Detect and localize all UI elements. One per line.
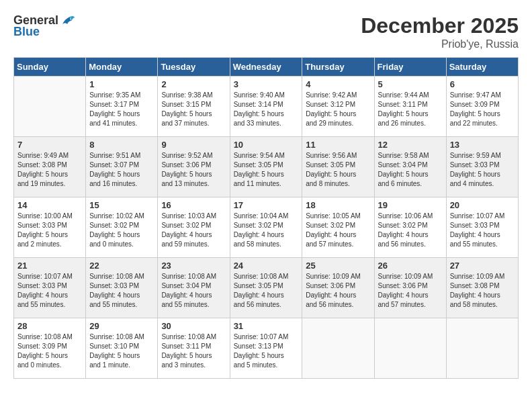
calendar-table: SundayMondayTuesdayWednesdayThursdayFrid… [13, 57, 519, 379]
calendar-cell [302, 318, 374, 379]
cell-info-text: Sunrise: 9:58 AM Sunset: 3:04 PM Dayligh… [378, 151, 443, 189]
cell-day-number: 1 [89, 79, 154, 89]
cell-day-number: 27 [450, 261, 515, 271]
cell-info-text: Sunrise: 10:05 AM Sunset: 3:02 PM Daylig… [306, 212, 370, 249]
cell-day-number: 9 [161, 140, 226, 150]
calendar-cell: 26Sunrise: 10:09 AM Sunset: 3:06 PM Dayl… [374, 258, 446, 318]
cell-info-text: Sunrise: 9:47 AM Sunset: 3:09 PM Dayligh… [450, 91, 515, 128]
cell-info-text: Sunrise: 10:08 AM Sunset: 3:09 PM Daylig… [17, 332, 82, 370]
calendar-cell: 20Sunrise: 10:07 AM Sunset: 3:03 PM Dayl… [446, 197, 518, 258]
calendar-header-row: SundayMondayTuesdayWednesdayThursdayFrid… [14, 58, 519, 77]
calendar-cell: 15Sunrise: 10:02 AM Sunset: 3:02 PM Dayl… [86, 197, 158, 258]
cell-day-number: 6 [450, 79, 515, 89]
calendar-cell: 12Sunrise: 9:58 AM Sunset: 3:04 PM Dayli… [374, 137, 446, 197]
cell-day-number: 25 [306, 261, 370, 271]
calendar-cell: 8Sunrise: 9:51 AM Sunset: 3:07 PM Daylig… [86, 137, 158, 197]
calendar-cell: 19Sunrise: 10:06 AM Sunset: 3:02 PM Dayl… [374, 197, 446, 258]
calendar-cell: 7Sunrise: 9:49 AM Sunset: 3:08 PM Daylig… [14, 137, 86, 197]
calendar-cell: 29Sunrise: 10:08 AM Sunset: 3:10 PM Dayl… [86, 318, 158, 379]
cell-day-number: 23 [161, 261, 226, 271]
title-area: December 2025 Priob'ye, Russia [361, 13, 519, 50]
cell-day-number: 29 [89, 321, 154, 331]
calendar-cell: 10Sunrise: 9:54 AM Sunset: 3:05 PM Dayli… [230, 137, 302, 197]
calendar-cell: 17Sunrise: 10:04 AM Sunset: 3:02 PM Dayl… [230, 197, 302, 258]
cell-day-number: 22 [89, 261, 154, 271]
cell-day-number: 16 [161, 200, 226, 210]
cell-day-number: 31 [234, 321, 299, 331]
cell-day-number: 8 [89, 140, 154, 150]
calendar-cell: 5Sunrise: 9:44 AM Sunset: 3:11 PM Daylig… [374, 77, 446, 137]
calendar-cell: 23Sunrise: 10:08 AM Sunset: 3:04 PM Dayl… [158, 258, 230, 318]
cell-info-text: Sunrise: 10:08 AM Sunset: 3:03 PM Daylig… [89, 272, 154, 310]
calendar-header-wednesday: Wednesday [230, 58, 302, 77]
calendar-cell: 3Sunrise: 9:40 AM Sunset: 3:14 PM Daylig… [230, 77, 302, 137]
cell-day-number: 13 [450, 140, 515, 150]
calendar-week-row: 14Sunrise: 10:00 AM Sunset: 3:03 PM Dayl… [14, 197, 519, 258]
cell-day-number: 7 [17, 140, 82, 150]
cell-info-text: Sunrise: 9:42 AM Sunset: 3:12 PM Dayligh… [306, 91, 370, 128]
cell-day-number: 3 [234, 79, 299, 89]
calendar-header-tuesday: Tuesday [158, 58, 230, 77]
calendar-header-monday: Monday [86, 58, 158, 77]
calendar-week-row: 7Sunrise: 9:49 AM Sunset: 3:08 PM Daylig… [14, 137, 519, 197]
calendar-cell: 14Sunrise: 10:00 AM Sunset: 3:03 PM Dayl… [14, 197, 86, 258]
cell-day-number: 4 [306, 79, 370, 89]
cell-info-text: Sunrise: 9:35 AM Sunset: 3:17 PM Dayligh… [89, 91, 154, 128]
calendar-cell: 4Sunrise: 9:42 AM Sunset: 3:12 PM Daylig… [302, 77, 374, 137]
cell-info-text: Sunrise: 9:54 AM Sunset: 3:05 PM Dayligh… [234, 151, 299, 189]
cell-day-number: 20 [450, 200, 515, 210]
cell-info-text: Sunrise: 10:08 AM Sunset: 3:11 PM Daylig… [161, 332, 226, 370]
calendar-cell: 25Sunrise: 10:09 AM Sunset: 3:06 PM Dayl… [302, 258, 374, 318]
cell-info-text: Sunrise: 10:09 AM Sunset: 3:08 PM Daylig… [450, 272, 515, 310]
cell-info-text: Sunrise: 9:52 AM Sunset: 3:06 PM Dayligh… [161, 151, 226, 189]
cell-info-text: Sunrise: 9:40 AM Sunset: 3:14 PM Dayligh… [234, 91, 299, 128]
calendar-week-row: 21Sunrise: 10:07 AM Sunset: 3:03 PM Dayl… [14, 258, 519, 318]
cell-day-number: 15 [89, 200, 154, 210]
cell-day-number: 28 [17, 321, 82, 331]
calendar-week-row: 1Sunrise: 9:35 AM Sunset: 3:17 PM Daylig… [14, 77, 519, 137]
cell-info-text: Sunrise: 10:04 AM Sunset: 3:02 PM Daylig… [234, 212, 299, 249]
calendar-cell: 1Sunrise: 9:35 AM Sunset: 3:17 PM Daylig… [86, 77, 158, 137]
cell-day-number: 14 [17, 200, 82, 210]
calendar-cell: 27Sunrise: 10:09 AM Sunset: 3:08 PM Dayl… [446, 258, 518, 318]
calendar-week-row: 28Sunrise: 10:08 AM Sunset: 3:09 PM Dayl… [14, 318, 519, 379]
calendar-cell: 22Sunrise: 10:08 AM Sunset: 3:03 PM Dayl… [86, 258, 158, 318]
cell-day-number: 18 [306, 200, 370, 210]
cell-day-number: 30 [161, 321, 226, 331]
cell-info-text: Sunrise: 10:08 AM Sunset: 3:04 PM Daylig… [161, 272, 226, 310]
cell-day-number: 24 [234, 261, 299, 271]
cell-info-text: Sunrise: 10:09 AM Sunset: 3:06 PM Daylig… [378, 272, 443, 310]
cell-day-number: 26 [378, 261, 443, 271]
calendar-cell: 31Sunrise: 10:07 AM Sunset: 3:13 PM Dayl… [230, 318, 302, 379]
cell-day-number: 2 [161, 79, 226, 89]
cell-day-number: 10 [234, 140, 299, 150]
calendar-cell: 28Sunrise: 10:08 AM Sunset: 3:09 PM Dayl… [14, 318, 86, 379]
calendar-cell: 9Sunrise: 9:52 AM Sunset: 3:06 PM Daylig… [158, 137, 230, 197]
cell-info-text: Sunrise: 10:00 AM Sunset: 3:03 PM Daylig… [17, 212, 82, 249]
calendar-cell: 11Sunrise: 9:56 AM Sunset: 3:05 PM Dayli… [302, 137, 374, 197]
cell-info-text: Sunrise: 9:49 AM Sunset: 3:08 PM Dayligh… [17, 151, 82, 189]
cell-info-text: Sunrise: 9:59 AM Sunset: 3:03 PM Dayligh… [450, 151, 515, 189]
cell-info-text: Sunrise: 9:51 AM Sunset: 3:07 PM Dayligh… [89, 151, 154, 189]
cell-day-number: 12 [378, 140, 443, 150]
cell-info-text: Sunrise: 10:07 AM Sunset: 3:03 PM Daylig… [450, 212, 515, 249]
logo-bird-icon [60, 14, 76, 28]
location-title: Priob'ye, Russia [361, 38, 519, 50]
calendar-cell: 16Sunrise: 10:03 AM Sunset: 3:02 PM Dayl… [158, 197, 230, 258]
cell-info-text: Sunrise: 10:09 AM Sunset: 3:06 PM Daylig… [306, 272, 370, 310]
cell-info-text: Sunrise: 10:07 AM Sunset: 3:13 PM Daylig… [234, 332, 299, 370]
cell-info-text: Sunrise: 10:06 AM Sunset: 3:02 PM Daylig… [378, 212, 443, 249]
calendar-cell [374, 318, 446, 379]
calendar-header-friday: Friday [374, 58, 446, 77]
cell-info-text: Sunrise: 9:56 AM Sunset: 3:05 PM Dayligh… [306, 151, 370, 189]
logo-blue-text: Blue [13, 25, 40, 39]
calendar-cell: 21Sunrise: 10:07 AM Sunset: 3:03 PM Dayl… [14, 258, 86, 318]
cell-day-number: 11 [306, 140, 370, 150]
cell-info-text: Sunrise: 10:08 AM Sunset: 3:10 PM Daylig… [89, 332, 154, 370]
month-title: December 2025 [361, 13, 519, 38]
calendar-header-thursday: Thursday [302, 58, 374, 77]
cell-info-text: Sunrise: 9:38 AM Sunset: 3:15 PM Dayligh… [161, 91, 226, 128]
calendar-cell: 6Sunrise: 9:47 AM Sunset: 3:09 PM Daylig… [446, 77, 518, 137]
calendar-header-sunday: Sunday [14, 58, 86, 77]
logo: General Blue [13, 13, 76, 39]
